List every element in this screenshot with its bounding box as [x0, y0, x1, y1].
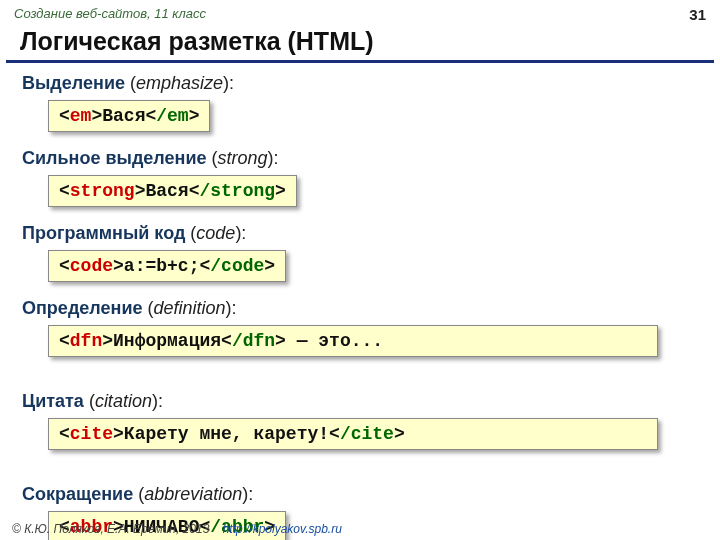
- code-example: <em>Вася</em>: [48, 100, 210, 132]
- heading-en: (abbreviation):: [133, 484, 253, 504]
- section-heading: Цитата (citation):: [22, 391, 698, 412]
- tag-open: code: [70, 256, 113, 276]
- section-heading: Сокращение (abbreviation):: [22, 484, 698, 505]
- page-number: 31: [689, 6, 706, 23]
- code-example: <code>a:=b+c;</code>: [48, 250, 286, 282]
- tag-content: Карету мне, карету!: [124, 424, 329, 444]
- tag-content: Вася: [145, 181, 188, 201]
- content-area: Выделение (emphasize):<em>Вася</em>Сильн…: [0, 73, 720, 540]
- tag-open: cite: [70, 424, 113, 444]
- tag-open: em: [70, 106, 92, 126]
- tag-content: Вася: [102, 106, 145, 126]
- tag-open: dfn: [70, 331, 102, 351]
- heading-en: (strong):: [206, 148, 278, 168]
- heading-ru: Определение: [22, 298, 142, 318]
- header-strip: Создание веб-сайтов, 11 класс 31: [0, 0, 720, 25]
- tag-close: /code: [210, 256, 264, 276]
- section-heading: Программный код (code):: [22, 223, 698, 244]
- heading-ru: Сильное выделение: [22, 148, 206, 168]
- code-example: <cite>Карету мне, карету!</cite>: [48, 418, 658, 450]
- tag-close: /cite: [340, 424, 394, 444]
- after-text: — это...: [286, 331, 383, 351]
- section-heading: Определение (definition):: [22, 298, 698, 319]
- heading-en: (citation):: [84, 391, 163, 411]
- code-example: <dfn>Информация</dfn> — это...: [48, 325, 658, 357]
- tag-close: /strong: [199, 181, 275, 201]
- slide-title: Логическая разметка (HTML): [6, 25, 714, 63]
- tag-open: strong: [70, 181, 135, 201]
- tag-close: /dfn: [232, 331, 275, 351]
- heading-ru: Выделение: [22, 73, 125, 93]
- footer: © К.Ю. Поляков, Е.А. Ерёмин, 2013 http:/…: [12, 522, 342, 536]
- course-label: Создание веб-сайтов, 11 класс: [14, 6, 206, 23]
- heading-ru: Цитата: [22, 391, 84, 411]
- code-example: <strong>Вася</strong>: [48, 175, 297, 207]
- tag-close: /em: [156, 106, 188, 126]
- footer-url: http://kpolyakov.spb.ru: [223, 522, 342, 536]
- footer-copyright: © К.Ю. Поляков, Е.А. Ерёмин, 2013: [12, 522, 209, 536]
- tag-content: a:=b+c;: [124, 256, 200, 276]
- section-heading: Сильное выделение (strong):: [22, 148, 698, 169]
- tag-content: Информация: [113, 331, 221, 351]
- heading-en: (emphasize):: [125, 73, 234, 93]
- heading-ru: Программный код: [22, 223, 185, 243]
- section-heading: Выделение (emphasize):: [22, 73, 698, 94]
- heading-en: (definition):: [142, 298, 236, 318]
- heading-ru: Сокращение: [22, 484, 133, 504]
- heading-en: (code):: [185, 223, 246, 243]
